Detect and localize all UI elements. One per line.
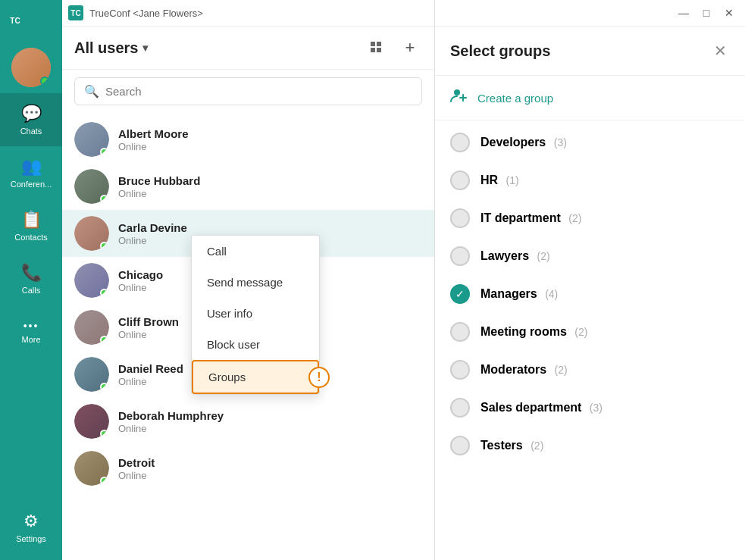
list-item[interactable]: ✓ Managers (4) bbox=[435, 275, 745, 313]
list-item[interactable]: Testers (2) bbox=[435, 427, 745, 465]
panel-close-button[interactable]: ✕ bbox=[711, 39, 730, 63]
online-status-dot bbox=[100, 289, 108, 297]
user-status: Online bbox=[118, 188, 422, 199]
group-name: Meeting rooms (2) bbox=[480, 325, 587, 339]
online-status-dot bbox=[100, 242, 108, 250]
search-bar[interactable]: 🔍 bbox=[74, 77, 422, 105]
user-name: Albert Moore bbox=[118, 127, 422, 140]
group-checkbox[interactable] bbox=[450, 398, 470, 418]
minimize-button[interactable]: — bbox=[674, 3, 693, 23]
table-row[interactable]: Bruce Hubbard Online bbox=[62, 163, 434, 210]
window-controls: — □ ✕ bbox=[674, 3, 739, 23]
group-checkbox[interactable] bbox=[450, 133, 470, 152]
sidebar-item-label: Chats bbox=[20, 127, 42, 136]
sidebar-item-chats[interactable]: 💬 Chats bbox=[0, 93, 62, 146]
table-row[interactable]: Albert Moore Online bbox=[62, 116, 434, 163]
all-users-title[interactable]: All users ▾ bbox=[74, 39, 365, 57]
create-group-button[interactable]: Create a group bbox=[435, 76, 745, 120]
user-status: Online bbox=[118, 470, 422, 481]
checkmark-icon: ✓ bbox=[455, 288, 465, 300]
user-name: Deborah Humphrey bbox=[118, 409, 422, 422]
right-panel: — □ ✕ Select groups ✕ Create a group Dev bbox=[434, 0, 745, 560]
create-group-label: Create a group bbox=[477, 92, 553, 105]
add-user-button[interactable]: + bbox=[398, 36, 422, 60]
group-checkbox[interactable] bbox=[450, 322, 470, 342]
svg-rect-2 bbox=[371, 48, 375, 52]
grid-view-button[interactable] bbox=[365, 36, 389, 60]
context-menu-call[interactable]: Call bbox=[192, 236, 319, 267]
group-checkbox[interactable] bbox=[450, 436, 470, 455]
groups-exclamation-icon: ! bbox=[308, 367, 330, 388]
panel-title: Select groups bbox=[450, 42, 711, 60]
search-input[interactable] bbox=[105, 85, 412, 98]
sidebar-item-settings[interactable]: ⚙ Settings bbox=[0, 501, 62, 554]
calls-icon: 📞 bbox=[21, 263, 42, 283]
right-panel-header: Select groups ✕ bbox=[435, 27, 745, 76]
contacts-icon: 📋 bbox=[21, 210, 42, 230]
titlebar: TC TrueConf <Jane Flowers> bbox=[62, 0, 434, 27]
group-checkbox[interactable] bbox=[450, 171, 470, 190]
sidebar-item-label: Calls bbox=[22, 286, 40, 295]
group-checkbox[interactable] bbox=[450, 360, 470, 380]
titlebar-logo-icon: TC bbox=[68, 5, 83, 20]
sidebar-settings-label: Settings bbox=[16, 534, 46, 543]
group-name: Sales department (3) bbox=[480, 401, 603, 415]
avatar bbox=[74, 122, 109, 157]
user-name: Carla Devine bbox=[118, 221, 422, 234]
list-item[interactable]: Developers (3) bbox=[435, 124, 745, 161]
list-item[interactable]: Meeting rooms (2) bbox=[435, 313, 745, 351]
user-info: Detroit Online bbox=[118, 456, 422, 481]
context-menu-send-message[interactable]: Send message bbox=[192, 267, 319, 298]
list-item[interactable]: Moderators (2) bbox=[435, 351, 745, 389]
avatar bbox=[74, 216, 109, 251]
group-name: Testers (2) bbox=[480, 439, 543, 452]
maximize-button[interactable]: □ bbox=[696, 3, 716, 23]
list-item[interactable]: Sales department (3) bbox=[435, 389, 745, 427]
avatar bbox=[74, 263, 109, 298]
group-name: Lawyers (2) bbox=[480, 249, 550, 263]
group-name: Managers (4) bbox=[480, 287, 558, 301]
user-status: Online bbox=[118, 141, 422, 152]
online-status-dot bbox=[100, 383, 108, 391]
avatar[interactable] bbox=[11, 48, 51, 87]
main-content: TC TrueConf <Jane Flowers> All users ▾ bbox=[62, 0, 434, 560]
svg-rect-3 bbox=[377, 48, 381, 52]
sidebar-logo: TC bbox=[0, 0, 62, 42]
create-group-icon bbox=[450, 86, 468, 109]
titlebar-title: TrueConf <Jane Flowers> bbox=[89, 8, 203, 19]
list-item[interactable]: HR (1) bbox=[435, 161, 745, 199]
list-item[interactable]: IT department (2) bbox=[435, 199, 745, 237]
group-checkbox[interactable] bbox=[450, 246, 470, 266]
header-icons: + bbox=[365, 36, 422, 60]
sidebar-item-more[interactable]: ••• More bbox=[0, 305, 62, 358]
right-panel-titlebar: — □ ✕ bbox=[435, 0, 745, 27]
sidebar-item-conferences[interactable]: 👥 Conferen... bbox=[0, 146, 62, 199]
online-status-dot bbox=[40, 77, 49, 86]
group-name: Developers (3) bbox=[480, 136, 567, 149]
user-info: Albert Moore Online bbox=[118, 127, 422, 152]
window-close-button[interactable]: ✕ bbox=[719, 3, 739, 23]
group-checkbox[interactable]: ✓ bbox=[450, 284, 470, 304]
users-header: All users ▾ + bbox=[62, 27, 434, 70]
user-name: Detroit bbox=[118, 456, 422, 469]
context-menu-groups[interactable]: Groups ! bbox=[192, 360, 319, 394]
context-menu-user-info[interactable]: User info bbox=[192, 298, 319, 329]
groups-list: Developers (3) HR (1) IT department (2) … bbox=[435, 120, 745, 560]
search-icon: 🔍 bbox=[84, 84, 99, 99]
table-row[interactable]: Deborah Humphrey Online bbox=[62, 398, 434, 445]
context-menu-block-user[interactable]: Block user bbox=[192, 329, 319, 360]
sidebar-item-label: Contacts bbox=[14, 233, 47, 242]
sidebar-item-calls[interactable]: 📞 Calls bbox=[0, 252, 62, 305]
sidebar: TC 💬 Chats 👥 Conferen... 📋 Contacts 📞 Ca… bbox=[0, 0, 62, 560]
more-icon: ••• bbox=[23, 320, 39, 332]
grid-icon bbox=[370, 41, 383, 55]
avatar bbox=[74, 169, 109, 204]
avatar bbox=[74, 451, 109, 486]
sidebar-item-contacts[interactable]: 📋 Contacts bbox=[0, 199, 62, 252]
settings-icon: ⚙ bbox=[23, 512, 39, 531]
table-row[interactable]: Detroit Online bbox=[62, 445, 434, 492]
list-item[interactable]: Lawyers (2) bbox=[435, 237, 745, 275]
user-name: Bruce Hubbard bbox=[118, 174, 422, 187]
sidebar-item-label: Conferen... bbox=[11, 180, 52, 189]
group-checkbox[interactable] bbox=[450, 208, 470, 228]
